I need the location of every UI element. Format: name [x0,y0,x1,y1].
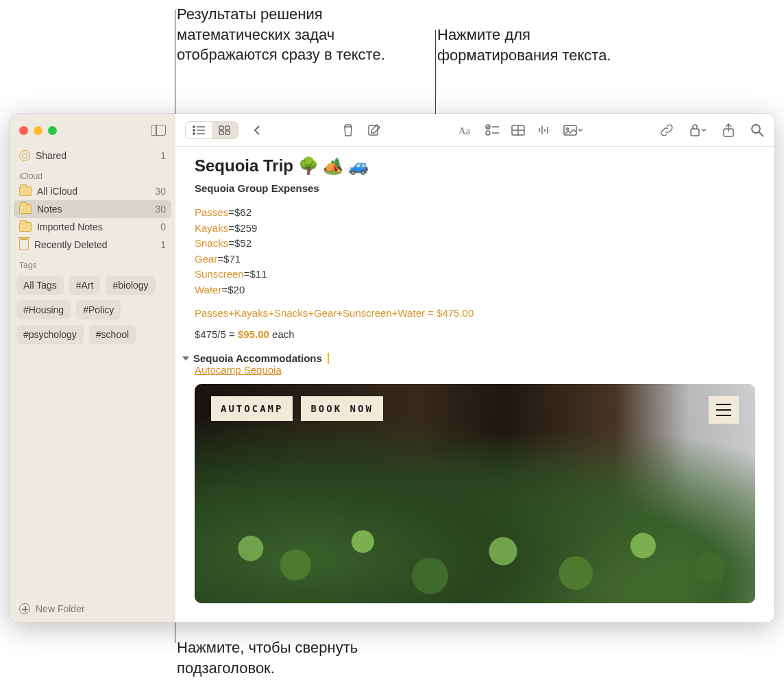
sidebar-item-count: 1 [160,239,166,250]
sidebar-item-label: Shared [36,150,66,161]
link-button[interactable] [659,123,674,138]
formula-result: $475.00 [437,307,474,319]
tag-pill[interactable]: #psychology [16,325,84,344]
sidebar-item-count: 1 [160,150,166,161]
sidebar-item-count: 30 [155,204,166,215]
callout-format-line [435,30,436,128]
lock-button[interactable] [688,123,707,138]
grid-view-button[interactable] [212,122,238,138]
plus-circle-icon [19,603,30,614]
svg-rect-6 [219,126,223,130]
note-title: Sequoia Trip 🌳 🏕️ 🚙 [195,156,755,175]
tag-pill[interactable]: #school [89,325,136,344]
sidebar-item-count: 30 [155,186,166,197]
svg-point-28 [752,125,760,133]
preview-overlay: AUTOCAMP BOOK NOW [211,396,383,421]
svg-text:Aa: Aa [458,125,471,136]
list-view-button[interactable] [186,122,212,138]
back-button[interactable] [249,123,265,138]
sidebar-item-notes[interactable]: Notes 30 [14,200,171,218]
folder-icon [19,186,32,196]
callout-format: Нажмите для форматирования текста. [437,25,643,65]
folder-icon [19,222,32,232]
note-subtitle: Sequoia Group Expenses [195,182,755,194]
share-button[interactable] [721,123,736,138]
section-header-label: Sequoia Accommodations [193,352,322,364]
toolbar: Aa [175,114,774,147]
text-cursor [328,353,329,364]
note-content[interactable]: Sequoia Trip 🌳 🏕️ 🚙 Sequoia Group Expens… [175,147,774,622]
new-note-button[interactable] [367,123,382,138]
sidebar-item-label: Imported Notes [37,221,103,232]
sidebar-item-label: All iCloud [37,186,77,197]
expense-line: Passes=$62 [195,205,755,221]
per-person-line: $475/5 = $95.00 each [195,328,755,340]
section-header-accommodations[interactable]: Sequoia Accommodations [182,352,755,364]
delete-button[interactable] [341,123,356,138]
svg-point-4 [193,132,195,134]
media-button[interactable] [563,123,583,138]
expense-line: Gear=$71 [195,252,755,267]
link-label[interactable]: Autocamp Sequoia [195,364,282,376]
new-folder-label: New Folder [36,603,85,614]
sidebar-item-recently-deleted[interactable]: Recently Deleted 1 [10,236,175,254]
sidebar-item-label: Recently Deleted [34,239,108,250]
main-panel: Aa [175,114,774,622]
svg-point-0 [193,125,195,127]
notes-window: Shared 1 iCloud All iCloud 30 Notes 30 I… [10,114,774,622]
expenses-list: Passes=$62Kayaks=$259Snacks=$52Gear=$71S… [195,205,755,298]
svg-rect-8 [219,131,223,134]
svg-point-14 [486,131,490,135]
per-suffix: each [269,328,295,340]
maximize-button[interactable] [48,126,57,135]
sidebar: Shared 1 iCloud All iCloud 30 Notes 30 I… [10,114,175,622]
hamburger-icon[interactable] [709,396,739,424]
view-mode-segment[interactable] [185,121,238,139]
preview-book-now[interactable]: BOOK NOW [301,396,382,421]
expense-line: Snacks=$52 [195,236,755,252]
preview-foliage [195,466,755,603]
svg-point-2 [193,129,195,130]
sidebar-item-shared[interactable]: Shared 1 [10,147,175,165]
sidebar-item-label: Notes [37,204,62,215]
new-folder-button[interactable]: New Folder [10,596,175,622]
search-button[interactable] [750,123,765,138]
minimize-button[interactable] [34,126,42,135]
svg-point-25 [566,128,568,130]
folder-icon [19,204,32,214]
web-preview-card[interactable]: AUTOCAMP BOOK NOW [195,384,755,603]
expense-line: Sunscreen=$11 [195,267,755,282]
tag-pill[interactable]: #biology [106,276,155,295]
per-result: $95.00 [238,328,269,340]
tag-pill[interactable]: #Policy [76,300,121,319]
window-controls [10,114,175,147]
sidebar-item-all-icloud[interactable]: All iCloud 30 [10,182,175,200]
format-button[interactable]: Aa [458,123,474,138]
link-autocamp[interactable]: Autocamp Sequoia [195,364,755,376]
traffic-lights [19,126,57,135]
toggle-sidebar-icon[interactable] [151,125,166,136]
sidebar-section-tags: Tags [10,254,175,271]
per-prefix: $475/5 = [195,328,238,340]
callout-math: Результаты решения математических задач … [177,4,396,65]
svg-line-29 [759,132,763,136]
sidebar-section-icloud: iCloud [10,165,175,182]
trash-icon [19,239,29,250]
svg-rect-26 [691,129,699,136]
chevron-down-icon[interactable] [182,356,189,361]
callout-collapse: Нажмите, чтобы свернуть подзаголовок. [177,638,451,678]
tags-list: All Tags #Art #biology #Housing #Policy … [10,271,175,348]
audio-button[interactable] [537,123,552,138]
expense-line: Kayaks=$259 [195,221,755,237]
tag-pill[interactable]: All Tags [16,276,64,295]
close-button[interactable] [19,126,28,135]
tag-pill[interactable]: #Art [69,276,101,295]
expense-formula: Passes+Kayaks+Snacks+Gear+Sunscreen+Wate… [195,307,755,319]
preview-logo: AUTOCAMP [211,396,293,421]
shared-icon [19,150,30,161]
svg-rect-9 [225,131,230,134]
tag-pill[interactable]: #Housing [16,300,71,319]
checklist-button[interactable] [485,123,500,138]
table-button[interactable] [511,123,526,138]
sidebar-item-imported[interactable]: Imported Notes 0 [10,218,175,236]
